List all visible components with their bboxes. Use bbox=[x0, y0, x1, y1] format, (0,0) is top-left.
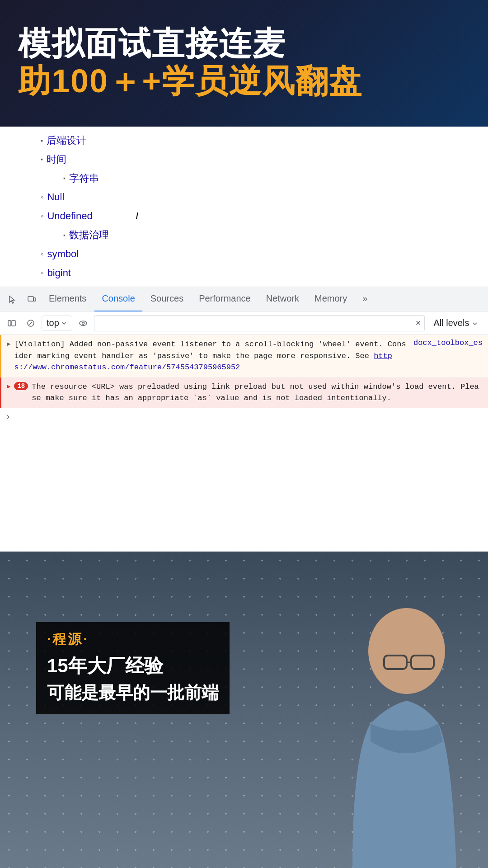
person-silhouette bbox=[262, 597, 488, 868]
banner-title: 模拟面试直接连麦 bbox=[18, 26, 470, 61]
devtools-tabs-bar: Elements Console Sources Performance Net… bbox=[0, 287, 488, 311]
search-input[interactable] bbox=[94, 315, 425, 331]
list-item: 后端设计 bbox=[27, 131, 488, 150]
svg-point-6 bbox=[80, 321, 87, 326]
error-message-text: The resource <URL> was preloaded using l… bbox=[32, 381, 483, 404]
tab-memory[interactable]: Memory bbox=[307, 287, 354, 311]
cursor-indicator: I bbox=[136, 207, 138, 226]
violation-message-text: [Violation] Added non-passive event list… bbox=[14, 339, 410, 373]
list-item: Null bbox=[27, 188, 488, 207]
list-item: symbol bbox=[27, 245, 488, 264]
tab-console[interactable]: Console bbox=[94, 287, 142, 311]
tab-elements[interactable]: Elements bbox=[42, 287, 94, 311]
console-message-violation: ▶ [Violation] Added non-passive event li… bbox=[0, 335, 488, 377]
list-item: 字符串 bbox=[27, 169, 488, 188]
browser-area: 后端设计 时间 字符串 Null Undefined I 数据治理 symbol… bbox=[0, 127, 488, 552]
tab-performance[interactable]: Performance bbox=[192, 287, 258, 311]
context-dropdown[interactable]: top bbox=[42, 316, 72, 330]
console-toolbar: top ✕ All levels bbox=[0, 311, 488, 335]
device-toolbar-icon[interactable] bbox=[23, 290, 41, 308]
tab-sources[interactable]: Sources bbox=[143, 287, 191, 311]
svg-point-8 bbox=[368, 608, 445, 694]
banner: 模拟面试直接连麦 助100＋+学员逆风翻盘 bbox=[0, 0, 488, 127]
inspect-element-icon[interactable] bbox=[4, 290, 22, 308]
console-prompt-caret[interactable]: › bbox=[0, 408, 488, 425]
banner-subtitle: 助100＋+学员逆风翻盘 bbox=[18, 61, 470, 100]
sidebar-toggle-icon[interactable] bbox=[4, 315, 20, 331]
page-content: 后端设计 时间 字符串 Null Undefined I 数据治理 symbol… bbox=[0, 127, 488, 287]
outline-list: 后端设计 时间 字符串 Null Undefined I 数据治理 symbol… bbox=[27, 131, 488, 282]
svg-rect-0 bbox=[28, 297, 33, 301]
expand-triangle-icon[interactable]: ▶ bbox=[7, 340, 10, 348]
list-item: 时间 bbox=[27, 150, 488, 169]
console-message-error: ▶ 18 The resource <URL> was preloaded us… bbox=[0, 377, 488, 408]
all-levels-dropdown[interactable]: All levels bbox=[427, 316, 484, 330]
search-clear-icon[interactable]: ✕ bbox=[415, 319, 421, 327]
eye-icon[interactable] bbox=[75, 315, 91, 331]
list-item: 数据治理 bbox=[27, 226, 488, 245]
svg-line-5 bbox=[29, 322, 32, 325]
svg-rect-1 bbox=[33, 298, 36, 301]
svg-rect-3 bbox=[12, 321, 15, 326]
list-item: Undefined I bbox=[27, 207, 488, 226]
search-wrapper: ✕ bbox=[94, 315, 425, 331]
svg-point-7 bbox=[82, 322, 84, 324]
clear-console-icon[interactable] bbox=[23, 315, 39, 331]
svg-rect-2 bbox=[8, 321, 11, 326]
tab-network[interactable]: Network bbox=[259, 287, 306, 311]
expand-triangle-icon[interactable]: ▶ bbox=[7, 382, 10, 390]
name-card-name: 15年大厂经验 bbox=[47, 653, 219, 679]
name-card-desc: 可能是最早的一批前端 bbox=[47, 681, 219, 704]
error-badge: 18 bbox=[14, 382, 28, 390]
webcam-area: ·程源· 15年大厂经验 可能是最早的一批前端 bbox=[0, 552, 488, 868]
console-messages: ▶ [Violation] Added non-passive event li… bbox=[0, 335, 488, 552]
name-card-title: ·程源· bbox=[47, 630, 219, 649]
name-card: ·程源· 15年大厂经验 可能是最早的一批前端 bbox=[36, 622, 230, 714]
list-item: bigint bbox=[27, 264, 488, 283]
tab-more[interactable]: » bbox=[355, 287, 375, 311]
violation-link[interactable]: https://www.chromestatus.com/feature/574… bbox=[14, 352, 392, 372]
violation-source[interactable]: docx_toolbox_es bbox=[413, 339, 483, 347]
